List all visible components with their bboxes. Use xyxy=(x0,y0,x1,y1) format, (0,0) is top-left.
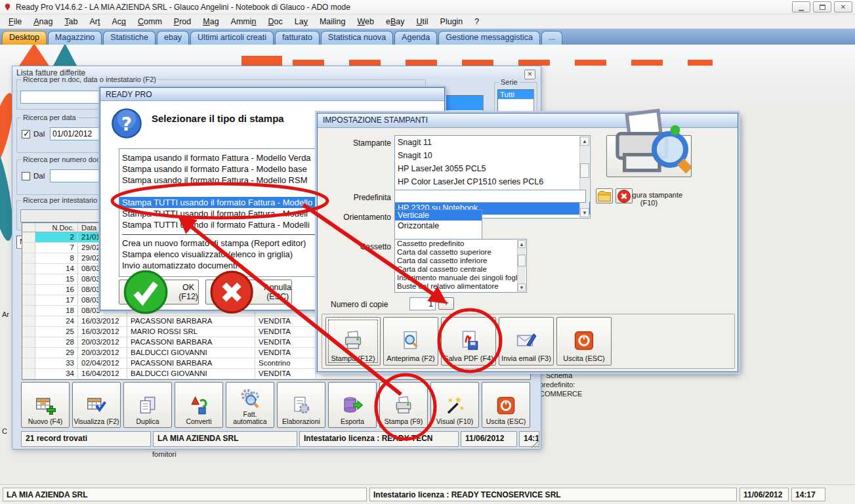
menu-util[interactable]: Util xyxy=(411,16,434,28)
tray-listbox[interactable]: Cassetto predefinitoCarta dal cassetto s… xyxy=(394,239,527,293)
printer-list-scrollbar[interactable]: ▲ ▼ xyxy=(579,136,589,217)
tray-item[interactable]: Inserimento manuale dei singoli fogli xyxy=(395,274,526,282)
browse-folder-button[interactable] xyxy=(596,188,613,203)
tray-item[interactable]: Carta dal cassetto centrale xyxy=(395,265,526,274)
menu-file[interactable]: File xyxy=(3,16,28,28)
lista-toolbar: Nuovo (F4)Visualizza (F2)DuplicaConverti… xyxy=(21,382,534,429)
table-cell xyxy=(22,243,35,253)
toolbar-fatt-automatica[interactable]: Fatt. automatica xyxy=(226,382,274,428)
printer-item[interactable]: HP LaserJet 3055 PCL5 xyxy=(395,162,590,175)
tab-ebay[interactable]: ebay xyxy=(157,31,189,45)
search-intest-input[interactable] xyxy=(20,209,110,222)
action-uscita-esc[interactable]: Uscita (ESC) xyxy=(556,317,612,366)
tab-fatturato[interactable]: fatturato xyxy=(275,31,320,45)
tab-agenda[interactable]: Agenda xyxy=(394,31,437,45)
menu-tab[interactable]: Tab xyxy=(58,16,83,28)
red-x-icon xyxy=(616,188,632,204)
toolbar-esporta[interactable]: Esporta xyxy=(328,382,377,428)
action-stampa-f12[interactable]: Stampa (F12) xyxy=(325,317,381,366)
tab-statistica-nuova[interactable]: Statistica nuova xyxy=(321,31,393,45)
printer-config-icon xyxy=(607,106,691,190)
tab-magazzino[interactable]: Magazzino xyxy=(48,31,102,45)
menu-plugin[interactable]: Plugin xyxy=(434,16,469,28)
predefinita-label: Predefinita xyxy=(344,193,391,202)
toolbar-stampa-f9[interactable]: Stampa (F9) xyxy=(379,382,428,428)
copies-input[interactable] xyxy=(409,297,436,310)
toolbar-visualizza-f2[interactable]: Visualizza (F2) xyxy=(72,382,121,428)
search-doc-input[interactable] xyxy=(20,91,107,104)
scroll-down-icon[interactable]: ▼ xyxy=(580,208,589,217)
tab--[interactable]: ... xyxy=(541,31,562,45)
toolbar-converti[interactable]: Converti xyxy=(175,382,223,428)
serie-listbox[interactable]: Tutti xyxy=(497,89,534,116)
menu-comm[interactable]: Comm xyxy=(132,16,168,28)
printer-item[interactable]: HP Color LaserJet CP1510 series PCL6 xyxy=(395,175,590,188)
orientamento-label: Orientamento xyxy=(336,213,391,222)
table-cell: 16/03/2012 xyxy=(78,327,127,337)
records-count: 21 record trovati xyxy=(21,431,151,447)
printer-item[interactable]: Snagit 11 xyxy=(395,136,590,149)
action-button-label: Stampa (F12) xyxy=(331,354,375,362)
orientation-listbox[interactable]: VerticaleOrizzontale xyxy=(394,209,482,240)
cancel-button-label: Annulla (ESC) xyxy=(264,283,291,301)
column-header[interactable] xyxy=(22,223,35,232)
scroll-up-icon[interactable]: ▲ xyxy=(580,136,589,146)
action-button-label: Invia email (F3) xyxy=(501,354,551,362)
table-cell xyxy=(22,348,35,358)
printer-item[interactable]: Snagit 10 xyxy=(395,149,590,162)
minimize-button[interactable]: ▁ xyxy=(792,1,810,12)
tab-statistiche[interactable]: Statistiche xyxy=(103,31,156,45)
menu-acq[interactable]: Acq xyxy=(106,16,133,28)
menu-ammin[interactable]: Ammin xyxy=(225,16,262,28)
tray-item[interactable]: Carta dal cassetto inferiore xyxy=(395,257,526,265)
scroll-down-icon[interactable]: ▼ xyxy=(518,284,526,291)
tab-desktop[interactable]: Desktop xyxy=(2,31,47,45)
date-dal-checkbox[interactable] xyxy=(22,130,30,138)
orientation-item[interactable]: Verticale xyxy=(395,210,482,220)
svg-text:★: ★ xyxy=(455,395,462,404)
tray-item[interactable]: Carta dal cassetto superiore xyxy=(395,248,526,257)
scroll-up-icon[interactable]: ▲ xyxy=(518,240,526,248)
configure-printer-button[interactable]: Configura stampante (F10) xyxy=(606,135,692,177)
resize-grip[interactable] xyxy=(532,440,539,448)
restore-button[interactable] xyxy=(813,1,831,12)
menu-web[interactable]: Web xyxy=(352,16,380,28)
menu-doc[interactable]: Doc xyxy=(262,16,289,28)
number-dal-checkbox[interactable] xyxy=(22,172,30,180)
lista-close-icon[interactable]: ✕ xyxy=(524,70,535,79)
menu-lay[interactable]: Lay xyxy=(289,16,314,28)
action-salva-pdf-f4[interactable]: Salva PDF (F4) xyxy=(441,317,496,366)
serie-item-tutti[interactable]: Tutti xyxy=(498,90,533,99)
orientation-item[interactable]: Orizzontale xyxy=(395,220,482,231)
printer-listbox[interactable]: Snagit 11Snagit 10HP LaserJet 3055 PCL5H… xyxy=(394,135,591,219)
ok-button[interactable]: OK (F12) xyxy=(119,280,199,304)
predefinita-input[interactable] xyxy=(394,190,586,203)
menu-art[interactable]: Art xyxy=(84,16,106,28)
copies-plus-button[interactable]: + xyxy=(438,297,454,310)
menu-anag[interactable]: Anag xyxy=(28,16,58,28)
menu-prod[interactable]: Prod xyxy=(168,16,197,28)
column-header[interactable]: N.Doc. xyxy=(35,223,78,232)
clear-printer-button[interactable] xyxy=(615,188,633,203)
doc-mag-icon xyxy=(400,329,422,352)
menu-mag[interactable]: Mag xyxy=(197,16,224,28)
cancel-button[interactable]: Annulla (ESC) xyxy=(205,280,292,304)
tab-ultimi-articoli-creati[interactable]: Ultimi articoli creati xyxy=(190,31,274,45)
folder-icon xyxy=(596,188,612,204)
tray-list-scrollbar[interactable]: ▲ ▼ xyxy=(517,240,526,291)
close-button[interactable]: ✕ xyxy=(834,1,852,12)
menu-[interactable]: ? xyxy=(469,16,485,28)
menu-ebay[interactable]: eBay xyxy=(380,16,411,28)
toolbar-nuovo-f4[interactable]: Nuovo (F4) xyxy=(21,382,70,428)
toolbar-visual-f10[interactable]: ★★★Visual (F10) xyxy=(430,382,479,428)
tray-item[interactable]: Buste dal relativo alimentatore xyxy=(395,282,526,291)
toolbar-uscita-esc[interactable]: Uscita (ESC) xyxy=(482,382,530,428)
tab-gestione-messaggistica[interactable]: Gestione messaggistica xyxy=(438,31,540,45)
toolbar-elaborazioni[interactable]: Elaborazioni xyxy=(277,382,325,428)
table-cell: BALDUCCI GIOVANNI xyxy=(127,369,255,379)
tray-item[interactable]: Cassetto predefinito xyxy=(395,240,526,248)
action-invia-email-f3[interactable]: Invia email (F3) xyxy=(499,317,554,366)
action-anteprima-f2[interactable]: Anteprima (F2) xyxy=(383,317,438,366)
menu-mailing[interactable]: Mailing xyxy=(314,16,352,28)
toolbar-duplica[interactable]: Duplica xyxy=(123,382,172,428)
